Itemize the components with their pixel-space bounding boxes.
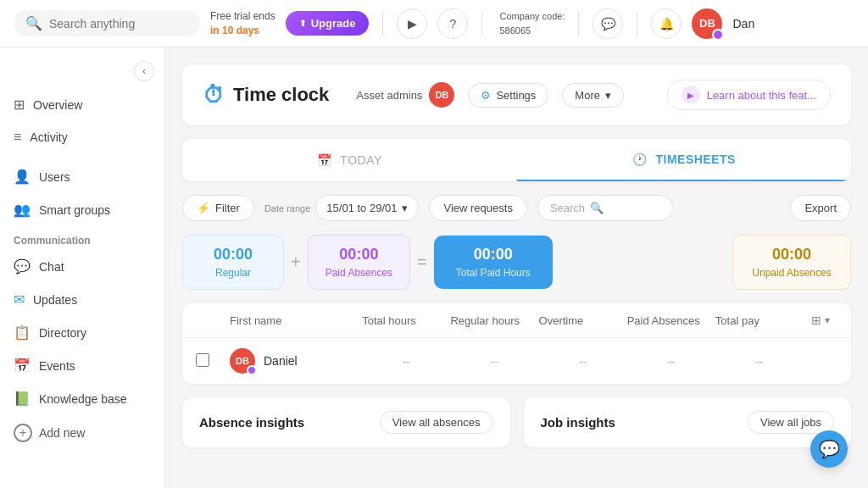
view-all-jobs-button[interactable]: View all jobs <box>748 411 834 434</box>
avatar-badge <box>712 29 724 41</box>
unpaid-hours-label: Unpaid Absences <box>750 267 833 279</box>
tab-timesheets[interactable]: 🕐 TIMESHEETS <box>517 139 852 181</box>
sidebar-item-directory[interactable]: 📋 Directory <box>0 316 164 349</box>
sidebar-label-smart-groups: Smart groups <box>39 203 110 217</box>
cell-overtime: -- <box>539 355 627 368</box>
chat-icon-button[interactable]: 💬 <box>593 8 623 39</box>
separator-4 <box>637 11 637 36</box>
sidebar-item-users[interactable]: 👤 Users <box>0 160 164 193</box>
col-regular-hours: Regular hours <box>450 314 538 327</box>
add-new-item[interactable]: + Add new <box>0 415 164 451</box>
table-search-field[interactable]: Search 🔍 <box>537 195 673 221</box>
calendar-icon: 📅 <box>317 153 332 167</box>
bottom-row: Absence insights View all absences Job i… <box>182 397 851 447</box>
row-checkbox-col[interactable] <box>196 353 230 369</box>
paid-hours-card: 00:00 Paid Absences <box>308 235 410 290</box>
sidebar-label-users: Users <box>39 170 70 184</box>
col-settings[interactable]: ⊞ ▾ <box>804 313 837 327</box>
overview-icon: ⊞ <box>14 97 25 113</box>
sidebar-label-overview: Overview <box>33 98 82 112</box>
view-all-absences-button[interactable]: View all absences <box>380 411 493 434</box>
events-icon: 📅 <box>14 358 31 374</box>
add-new-label: Add new <box>39 426 85 440</box>
date-chevron-icon: ▾ <box>402 202 408 214</box>
col-chevron-icon: ▾ <box>825 314 830 326</box>
main-content: ⏱ Time clock Asset admins DB ⚙ Settings … <box>165 47 868 488</box>
communication-section-label: Communication <box>0 226 164 250</box>
play-icon: ▶ <box>682 86 700 104</box>
chat-bubble-icon: 💬 <box>819 439 840 459</box>
layout: ‹ ⊞ Overview ≡ Activity 👤 Users 👥 Smart … <box>0 47 868 488</box>
updates-icon: ✉ <box>14 291 25 308</box>
paid-hours-label: Paid Absences <box>326 267 392 279</box>
chat-bubble-button[interactable]: 💬 <box>810 430 848 468</box>
separator-1 <box>382 11 383 36</box>
filter-button[interactable]: ⚡ Filter <box>182 195 254 221</box>
view-requests-button[interactable]: View requests <box>429 195 526 221</box>
total-hours-card: 00:00 Total Paid Hours <box>434 236 553 289</box>
upgrade-arrow-icon: ⬆ <box>299 19 306 28</box>
plus-sign: + <box>291 252 301 272</box>
trial-days: in 10 days <box>210 25 259 36</box>
search-box[interactable]: 🔍 <box>14 10 200 36</box>
user-name: Dan <box>732 17 754 30</box>
sidebar-item-knowledge-base[interactable]: 📗 Knowledge base <box>0 382 164 415</box>
knowledge-base-icon: 📗 <box>14 391 31 407</box>
time-clock-header: ⏱ Time clock Asset admins DB ⚙ Settings … <box>182 64 851 125</box>
notification-button[interactable]: 🔔 <box>651 8 682 39</box>
sidebar-label-directory: Directory <box>39 326 86 340</box>
cell-paid-absences: -- <box>627 355 715 368</box>
user-cell: DB Daniel <box>230 348 362 374</box>
add-circle-icon: + <box>14 424 32 442</box>
col-overtime: Overtime <box>539 314 627 327</box>
sidebar-item-chat[interactable]: 💬 Chat <box>0 250 164 283</box>
sidebar-item-events[interactable]: 📅 Events <box>0 349 164 382</box>
play-button[interactable]: ▶ <box>397 8 427 39</box>
asset-admin-avatar[interactable]: DB <box>429 82 454 108</box>
sidebar-item-overview[interactable]: ⊞ Overview <box>0 88 164 121</box>
col-paid-absences: Paid Absences <box>627 314 715 327</box>
user-avatar: DB <box>230 348 255 374</box>
sidebar-item-activity[interactable]: ≡ Activity <box>0 121 164 153</box>
directory-icon: 📋 <box>14 324 31 341</box>
smart-groups-icon: 👥 <box>14 202 31 218</box>
help-button[interactable]: ? <box>437 8 468 39</box>
settings-button[interactable]: ⚙ Settings <box>468 83 548 108</box>
table-header: First name Total hours Regular hours Ove… <box>182 303 851 338</box>
absence-title: Absence insights <box>199 415 304 430</box>
asset-admins: Asset admins DB <box>356 82 454 108</box>
separator-2 <box>481 11 482 36</box>
avatar[interactable]: DB <box>692 8 722 39</box>
upgrade-button[interactable]: ⬆ Upgrade <box>286 11 370 36</box>
sidebar-item-smart-groups[interactable]: 👥 Smart groups <box>0 193 164 226</box>
time-clock-title: ⏱ Time clock <box>203 82 329 108</box>
company-info: Company code: 586065 <box>499 9 565 37</box>
sidebar-collapse[interactable]: ‹ <box>0 58 164 88</box>
search-input[interactable] <box>49 17 185 30</box>
activity-icon: ≡ <box>14 130 21 145</box>
cell-regular-hours: -- <box>450 355 538 368</box>
row-checkbox[interactable] <box>196 353 209 367</box>
sidebar-item-updates[interactable]: ✉ Updates <box>0 283 164 316</box>
collapse-button[interactable]: ‹ <box>134 61 154 81</box>
regular-hours-value: 00:00 <box>200 246 266 263</box>
sidebar-label-activity: Activity <box>30 130 67 144</box>
job-title: Job insights <box>541 415 615 430</box>
learn-button[interactable]: ▶ Learn about this feat... <box>667 80 831 110</box>
filters-row: ⚡ Filter Date range 15/01 to 29/01 ▾ Vie… <box>182 195 851 221</box>
unpaid-hours-card: 00:00 Unpaid Absences <box>732 235 851 290</box>
more-button[interactable]: More ▾ <box>562 83 624 108</box>
date-range-label: Date range <box>264 203 310 214</box>
tab-today[interactable]: 📅 TODAY <box>182 139 517 181</box>
trial-info: Free trial ends in 10 days <box>210 9 275 38</box>
paid-hours-value: 00:00 <box>326 246 392 263</box>
sidebar-label-chat: Chat <box>39 260 64 274</box>
hours-row: 00:00 Regular + 00:00 Paid Absences = 00… <box>182 235 851 290</box>
date-range-button[interactable]: 15/01 to 29/01 ▾ <box>315 195 419 221</box>
absence-insights-card: Absence insights View all absences <box>182 397 510 447</box>
regular-hours-label: Regular <box>200 267 266 279</box>
export-button[interactable]: Export <box>790 195 851 221</box>
regular-hours-card: 00:00 Regular <box>182 235 284 290</box>
absence-card-header: Absence insights View all absences <box>199 411 493 434</box>
filter-icon: ⚡ <box>197 202 210 214</box>
